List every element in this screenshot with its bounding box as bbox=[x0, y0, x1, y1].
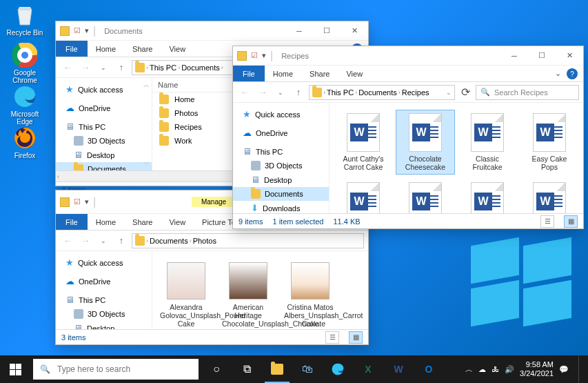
ribbon-tab-home[interactable]: Home bbox=[265, 66, 301, 81]
back-button[interactable]: ← bbox=[60, 60, 75, 75]
scroll-up-icon[interactable]: ︿ bbox=[143, 81, 150, 89]
nav-item[interactable]: 🖥Desktop bbox=[233, 173, 329, 187]
view-large-button[interactable]: ▦ bbox=[349, 331, 363, 344]
nav-quick-access[interactable]: ★Quick access bbox=[56, 255, 152, 270]
tray-overflow[interactable]: ︿ bbox=[465, 364, 473, 375]
close-button[interactable]: ✕ bbox=[341, 21, 368, 41]
file-item[interactable]: WTriple Chocolate Cake bbox=[520, 179, 579, 213]
address-dropdown[interactable]: ⌄ bbox=[446, 89, 452, 96]
taskview-button[interactable]: ⧉ bbox=[232, 355, 262, 383]
ribbon-tab-view[interactable]: View bbox=[161, 41, 194, 57]
cortana-button[interactable]: ○ bbox=[201, 355, 232, 383]
view-large-button[interactable]: ▦ bbox=[564, 215, 578, 228]
start-button[interactable] bbox=[0, 355, 30, 383]
qat-icon[interactable]: ☑ bbox=[251, 51, 258, 60]
ribbon-tab-home[interactable]: Home bbox=[88, 41, 124, 57]
taskbar-search[interactable]: 🔍 Type here to search bbox=[33, 359, 199, 380]
photo-item[interactable]: Cristina Matos Albers_Unsplash_Carrot Ca… bbox=[281, 258, 340, 329]
nav-onedrive[interactable]: ☁OneDrive bbox=[233, 126, 329, 140]
show-desktop-button[interactable] bbox=[578, 355, 582, 383]
ribbon-file[interactable]: File bbox=[233, 66, 265, 81]
nav-item[interactable]: 🖥Desktop bbox=[56, 321, 152, 329]
nav-item[interactable]: 3D Objects bbox=[56, 307, 152, 321]
taskbar-edge[interactable] bbox=[323, 355, 353, 383]
ribbon-file[interactable]: File bbox=[56, 214, 88, 230]
tray-volume-icon[interactable]: 🔊 bbox=[505, 365, 514, 374]
file-item[interactable]: WClassic Fruitcake bbox=[458, 110, 517, 175]
recent-button[interactable]: ⌄ bbox=[96, 60, 111, 75]
recent-button[interactable]: ⌄ bbox=[96, 233, 111, 248]
taskbar-word[interactable]: W bbox=[383, 355, 414, 383]
qat-icon[interactable]: ☑ bbox=[74, 197, 81, 206]
up-button[interactable]: ↑ bbox=[291, 85, 306, 100]
qat-icon[interactable]: ▾ bbox=[85, 26, 89, 35]
qat-icon[interactable]: ▾ bbox=[262, 51, 266, 60]
nav-this-pc[interactable]: 🖥This PC bbox=[233, 144, 329, 159]
nav-item[interactable]: ⬇Downloads bbox=[233, 201, 329, 213]
breadcrumb-seg[interactable]: Photos bbox=[193, 237, 216, 245]
taskbar-explorer[interactable] bbox=[262, 355, 292, 383]
nav-item[interactable]: 3D Objects bbox=[56, 134, 152, 148]
file-item[interactable]: WAunt Cathy's Carrot Cake bbox=[334, 110, 393, 175]
content-pane[interactable]: WAunt Cathy's Carrot CakeWChocolate Chee… bbox=[330, 103, 583, 213]
taskbar-outlook[interactable]: O bbox=[414, 355, 444, 383]
maximize-button[interactable]: ☐ bbox=[528, 46, 556, 66]
taskbar-store[interactable]: 🛍 bbox=[292, 355, 323, 383]
nav-item[interactable]: 3D Objects bbox=[233, 159, 329, 173]
content-pane[interactable]: Alexandra Golovac_Unsplash_Pound Cake Am… bbox=[152, 251, 368, 329]
taskbar-excel[interactable]: X bbox=[353, 355, 383, 383]
qat-icon[interactable]: ▾ bbox=[85, 197, 89, 206]
help-icon[interactable]: ? bbox=[567, 68, 578, 79]
file-item[interactable]: WJeremy's Low-Fat Cheesecake bbox=[396, 179, 455, 213]
nav-this-pc[interactable]: 🖥This PC bbox=[56, 119, 152, 134]
nav-this-pc[interactable]: 🖥This PC bbox=[56, 293, 152, 307]
maximize-button[interactable]: ☐ bbox=[313, 21, 341, 41]
ribbon-file[interactable]: File bbox=[56, 41, 88, 57]
search-box[interactable]: 🔍 Search Recipes bbox=[476, 85, 579, 100]
address-bar[interactable]: › This PC › Documents › Recipes ⌄ bbox=[309, 85, 455, 100]
refresh-button[interactable]: ⟳ bbox=[458, 85, 473, 100]
close-button[interactable]: ✕ bbox=[556, 46, 583, 66]
titlebar[interactable]: ☑ ▾ | Recipes ─ ☐ ✕ bbox=[233, 46, 583, 66]
file-item[interactable]: WChocolate Cheesecake bbox=[396, 110, 455, 175]
nav-item-documents[interactable]: Documents bbox=[233, 187, 329, 201]
nav-onedrive[interactable]: ☁OneDrive bbox=[56, 101, 152, 115]
nav-onedrive[interactable]: ☁OneDrive bbox=[56, 274, 152, 288]
ribbon-tab-view[interactable]: View bbox=[161, 214, 194, 230]
view-details-button[interactable]: ☰ bbox=[540, 215, 554, 228]
titlebar[interactable]: ☑ ▾ | Documents ─ ☐ ✕ bbox=[56, 21, 368, 41]
desktop-icon-recycle-bin[interactable]: Recycle Bin bbox=[4, 3, 45, 37]
recent-button[interactable]: ⌄ bbox=[273, 85, 288, 100]
up-button[interactable]: ↑ bbox=[114, 233, 129, 248]
desktop-icon-firefox[interactable]: Firefox bbox=[4, 126, 45, 159]
nav-quick-access[interactable]: ★Quick access bbox=[56, 82, 152, 97]
view-details-button[interactable]: ☰ bbox=[325, 331, 339, 344]
breadcrumb-seg[interactable]: This PC bbox=[150, 63, 176, 72]
ribbon-tab-view[interactable]: View bbox=[338, 66, 371, 81]
tray-notifications-icon[interactable]: 💬 bbox=[559, 365, 569, 374]
file-item[interactable]: WNana's Pound Cake bbox=[458, 179, 517, 213]
desktop-icon-chrome[interactable]: Google Chrome bbox=[4, 43, 45, 84]
ribbon-tab-home[interactable]: Home bbox=[88, 214, 124, 230]
nav-quick-access[interactable]: ★Quick access bbox=[233, 107, 329, 121]
qat-icon[interactable]: ☑ bbox=[74, 26, 81, 35]
breadcrumb-seg[interactable]: Documents bbox=[150, 237, 188, 245]
breadcrumb-seg[interactable]: Documents bbox=[358, 88, 397, 97]
ribbon-tab-share[interactable]: Share bbox=[301, 66, 338, 81]
file-item[interactable]: WGerman Chocolate Cake bbox=[334, 179, 393, 213]
back-button[interactable]: ← bbox=[60, 233, 75, 248]
forward-button[interactable]: → bbox=[78, 60, 93, 75]
nav-item-documents[interactable]: Documents bbox=[56, 162, 152, 170]
tray-network-icon[interactable]: 🖧 bbox=[491, 365, 499, 373]
ribbon-tab-share[interactable]: Share bbox=[124, 214, 161, 230]
breadcrumb-seg[interactable]: This PC bbox=[327, 88, 354, 97]
ribbon-expand[interactable]: ⌄ bbox=[549, 66, 567, 81]
ribbon-context-manage[interactable]: Manage bbox=[192, 197, 236, 207]
forward-button[interactable]: → bbox=[78, 233, 93, 248]
nav-item[interactable]: 🖥Desktop bbox=[56, 148, 152, 162]
ribbon-tab-share[interactable]: Share bbox=[124, 41, 161, 57]
address-bar[interactable]: › Documents › Photos bbox=[132, 233, 364, 248]
desktop-icon-edge[interactable]: Microsoft Edge bbox=[4, 84, 45, 126]
minimize-button[interactable]: ─ bbox=[285, 21, 313, 41]
tray-onedrive-icon[interactable]: ☁ bbox=[478, 365, 486, 374]
